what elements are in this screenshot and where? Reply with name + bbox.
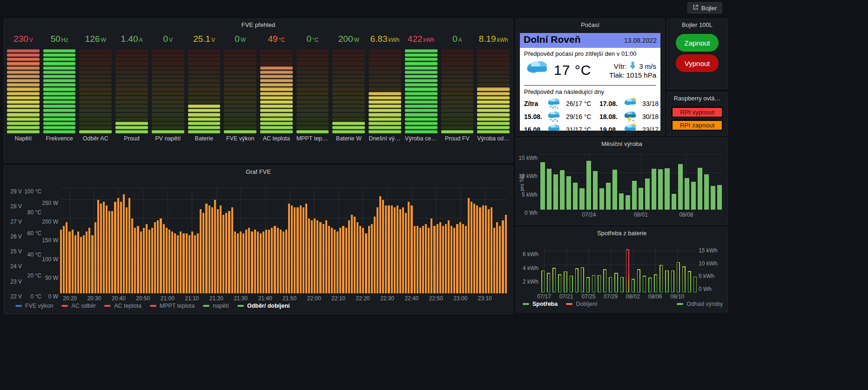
x-axis-tick: 22:10 xyxy=(331,295,345,302)
bojler-link-button[interactable]: Bojler xyxy=(687,2,722,13)
bojler-on-button[interactable]: Zapnout xyxy=(676,34,719,52)
bar xyxy=(234,231,236,293)
gauge-cell xyxy=(188,126,221,129)
gauge-cell xyxy=(7,109,40,112)
panel-title-graf-fve[interactable]: Graf FVE xyxy=(4,168,512,175)
y-axis-tick: 40 °C xyxy=(27,251,41,258)
rpi-on-button[interactable]: RPI zapnout xyxy=(672,120,723,131)
gauge-cell xyxy=(260,87,293,91)
bojler-off-button[interactable]: Vypnout xyxy=(676,54,719,72)
panel-title-bojler[interactable]: Bojler 100L xyxy=(667,21,727,28)
bar xyxy=(117,198,119,293)
bar xyxy=(106,205,108,293)
gauge-cell xyxy=(296,87,329,91)
gauge-cell xyxy=(7,71,40,74)
legend-item[interactable]: napětí xyxy=(203,303,229,309)
bar xyxy=(137,226,139,293)
bar xyxy=(97,200,99,293)
gauge-cell xyxy=(369,92,401,95)
legend-item[interactable]: AC teplota xyxy=(104,303,141,309)
gauge-value-unit: A xyxy=(458,37,462,43)
gauge-cell xyxy=(79,66,112,70)
gauge-cell xyxy=(224,122,256,125)
bojler-link-label: Bojler xyxy=(701,5,717,12)
bar xyxy=(91,235,93,293)
gauge-cell xyxy=(260,83,293,86)
gauge-cell xyxy=(79,96,112,99)
bar xyxy=(86,231,87,293)
bar xyxy=(220,205,222,293)
forecast-day: 18.08. xyxy=(599,113,622,120)
gauge-cell xyxy=(332,58,365,61)
gauge-cell xyxy=(152,66,184,70)
gauge-cell xyxy=(477,79,510,82)
bar xyxy=(445,224,447,293)
rain-icon xyxy=(546,97,565,111)
legend-item[interactable]: Dobíjení xyxy=(566,301,598,307)
gauge-cell xyxy=(224,130,256,133)
gauge-cell xyxy=(79,83,112,86)
gauge-cell xyxy=(43,62,76,65)
legend-item[interactable]: FVE výkon xyxy=(15,303,53,309)
y-axis-tick: 0 Wh xyxy=(699,286,712,292)
gauge-cell xyxy=(224,126,256,129)
bar xyxy=(357,222,358,293)
bar xyxy=(157,220,159,293)
bar xyxy=(473,204,475,293)
panel-title-fve-prehled[interactable]: FVE přehled xyxy=(4,21,512,28)
bar xyxy=(123,194,125,293)
legend-item[interactable]: Odhad výroby xyxy=(677,301,723,307)
legend-item[interactable]: Spotřeba xyxy=(523,301,558,307)
panel-title-pocasi[interactable]: Počasí xyxy=(516,21,664,28)
bar xyxy=(74,235,76,293)
gauge-cell xyxy=(43,58,76,61)
gauge-cell xyxy=(296,130,329,133)
gauge-cell xyxy=(79,92,112,95)
gauge-label: Dnešní výroba xyxy=(369,135,401,144)
gauge-cell xyxy=(7,75,40,78)
bar-inner xyxy=(599,276,600,291)
legend-item[interactable]: MPPT teplota xyxy=(150,303,195,309)
gauge-cell xyxy=(405,71,437,74)
x-axis-tick: 20:50 xyxy=(136,295,150,302)
gauge-value-number: 0 xyxy=(307,34,312,44)
bar xyxy=(174,233,176,293)
gauge-cell xyxy=(369,87,401,91)
panel-title-spotreba[interactable]: Spotřeba z baterie xyxy=(516,230,727,237)
y-axis-tick: 100 °C xyxy=(24,188,41,195)
bar xyxy=(711,186,715,210)
legend-item[interactable]: Odběr/ dobíjení xyxy=(237,303,290,309)
x-axis-tick: 21:50 xyxy=(283,295,296,302)
bar xyxy=(225,213,227,293)
gauge-cell xyxy=(7,100,40,104)
x-axis-tick: 08/08 xyxy=(679,212,693,218)
legend-item[interactable]: AC odběr xyxy=(61,303,96,309)
legend-swatch xyxy=(61,305,68,307)
gauge-cells xyxy=(260,49,293,133)
bar xyxy=(180,231,182,293)
bar-inner xyxy=(643,277,645,292)
bar-slot xyxy=(598,246,601,292)
x-axis-tick: 21:20 xyxy=(209,295,223,302)
y-axis-tick: 27 V xyxy=(10,218,22,225)
legend-label: AC odběr xyxy=(71,303,96,309)
rpi-off-button[interactable]: RPI vypnout xyxy=(672,107,723,118)
panel-title-mesicni[interactable]: Měsíční výroba xyxy=(516,140,727,147)
weather-city: Dolní Roveň xyxy=(524,34,581,45)
bar xyxy=(108,211,110,293)
bar xyxy=(285,230,287,293)
legend-swatch xyxy=(15,305,22,307)
panel-title-raspberry[interactable]: Raspberry ovlá… xyxy=(667,95,727,102)
bar xyxy=(614,273,618,292)
bar xyxy=(186,233,188,293)
bar xyxy=(345,228,347,293)
gauge-label: Baterie xyxy=(188,135,221,144)
bar xyxy=(603,269,606,292)
y-axis-tick: 28 V xyxy=(10,203,22,210)
x-axis-tick: 21:40 xyxy=(258,295,272,302)
gauge-cell xyxy=(477,87,510,91)
bar-slot xyxy=(626,246,629,292)
gauge-column: 230VNapětí xyxy=(7,34,40,144)
gauge-cells xyxy=(7,49,40,133)
gauge-value-number: 6.83 xyxy=(370,34,388,44)
